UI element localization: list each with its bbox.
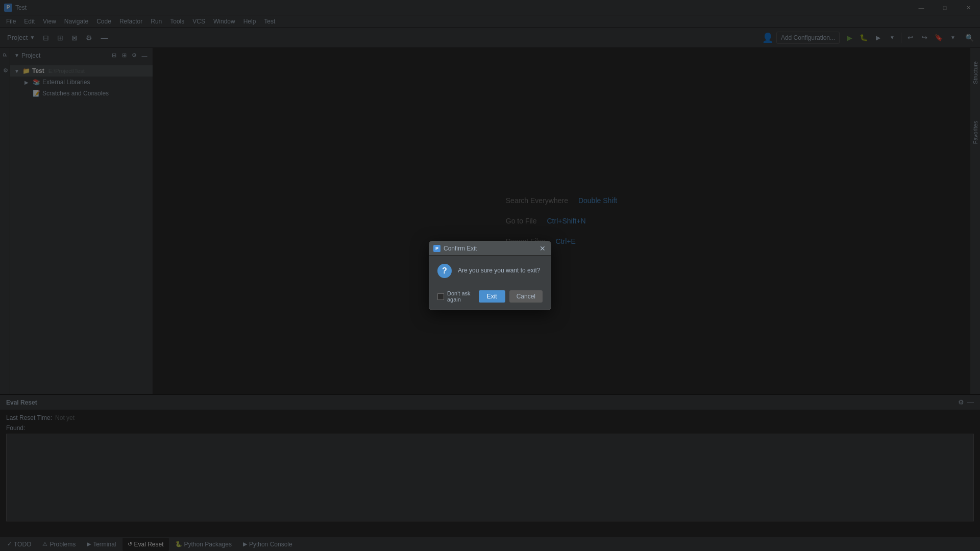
dialog-question-icon: ? (437, 264, 452, 278)
dialog-body: ? Are you sure you want to exit? (429, 256, 551, 286)
dialog-footer: Don't ask again Exit Cancel (429, 286, 551, 310)
dialog-message: Are you sure you want to exit? (458, 264, 540, 275)
dialog-buttons: Exit Cancel (479, 290, 543, 303)
dont-ask-checkbox[interactable] (437, 293, 444, 300)
dialog-titlebar: P Confirm Exit ✕ (429, 241, 551, 256)
exit-button[interactable]: Exit (479, 290, 505, 303)
dont-ask-row: Don't ask again (437, 290, 479, 303)
dialog-title-left: P Confirm Exit (433, 245, 477, 252)
confirm-dialog: P Confirm Exit ✕ ? Are you sure you want… (429, 241, 551, 310)
dialog-title-text: Confirm Exit (444, 245, 477, 252)
dialog-close-button[interactable]: ✕ (538, 244, 547, 253)
dialog-app-icon: P (433, 245, 440, 252)
cancel-button[interactable]: Cancel (509, 290, 543, 303)
dialog-overlay: P Confirm Exit ✕ ? Are you sure you want… (0, 0, 980, 551)
dont-ask-label[interactable]: Don't ask again (447, 290, 479, 303)
